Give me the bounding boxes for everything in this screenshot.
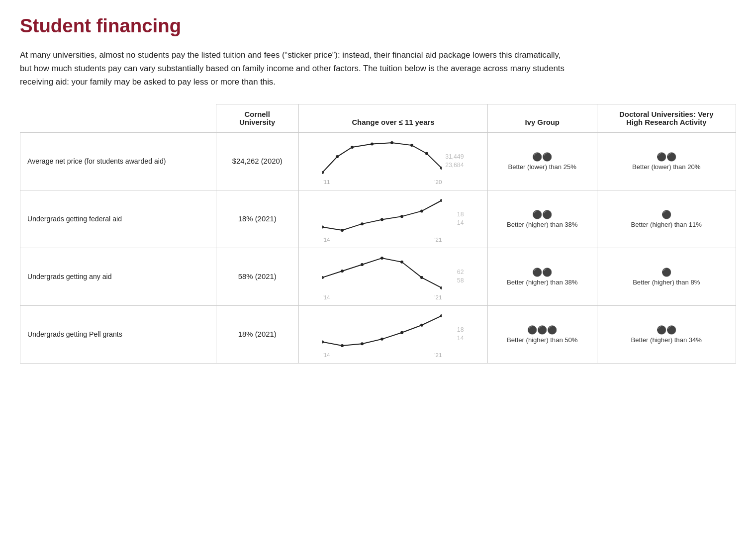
row-chart: '14 '21 18 14 xyxy=(298,305,487,363)
svg-point-6 xyxy=(425,152,428,155)
col-header-cornell: Cornell University xyxy=(216,104,298,132)
doctoral-stars: ⚫⚫ xyxy=(604,325,729,335)
doctoral-text: Better (higher) than 11% xyxy=(631,221,702,228)
row-value: $24,262 (2020) xyxy=(216,132,298,190)
svg-point-26 xyxy=(400,331,403,334)
table-row: Undergrads getting any aid58% (2021) '14… xyxy=(20,248,736,305)
row-chart: '14 '21 62 58 xyxy=(298,248,487,305)
col-header-empty xyxy=(20,104,216,132)
table-row: Undergrads getting Pell grants18% (2021)… xyxy=(20,305,736,363)
financing-table: Cornell University Change over ≤ 11 year… xyxy=(20,104,736,364)
intro-text: At many universities, almost no students… xyxy=(20,49,567,89)
doctoral-cell: ⚫⚫ Better (higher) than 34% xyxy=(597,305,736,363)
svg-point-5 xyxy=(410,144,413,147)
svg-point-22 xyxy=(322,340,324,343)
svg-point-27 xyxy=(420,323,423,326)
col-header-change: Change over ≤ 11 years xyxy=(298,104,487,132)
row-label: Undergrads getting Pell grants xyxy=(20,305,216,363)
row-chart: '11 '20 31,449 23,684 xyxy=(298,132,487,190)
svg-point-12 xyxy=(400,215,403,218)
row-value: 58% (2021) xyxy=(216,248,298,305)
row-label: Average net price (for students awarded … xyxy=(20,132,216,190)
row-chart: '14 '21 18 14 xyxy=(298,190,487,248)
doctoral-stars: ⚫⚫ xyxy=(604,152,729,162)
ivy-text: Better (higher) than 38% xyxy=(507,221,578,228)
page-title: Student financing xyxy=(20,15,736,37)
row-value: 18% (2021) xyxy=(216,305,298,363)
svg-point-3 xyxy=(371,142,374,145)
svg-point-18 xyxy=(380,257,383,260)
svg-point-1 xyxy=(336,155,339,158)
svg-point-2 xyxy=(351,146,354,149)
ivy-group-cell: ⚫⚫⚫ Better (higher) than 50% xyxy=(488,305,597,363)
doctoral-text: Better (higher) than 8% xyxy=(633,279,700,286)
ivy-stars: ⚫⚫ xyxy=(495,210,590,219)
svg-point-15 xyxy=(322,276,324,279)
ivy-group-cell: ⚫⚫ Better (lower) than 25% xyxy=(488,132,597,190)
svg-point-9 xyxy=(341,229,344,232)
svg-point-25 xyxy=(380,337,383,340)
col-header-doctoral: Doctoral Universities: Very High Researc… xyxy=(597,104,736,132)
ivy-stars: ⚫⚫ xyxy=(495,268,590,277)
col-header-ivy: Ivy Group xyxy=(488,104,597,132)
table-row: Undergrads getting federal aid18% (2021)… xyxy=(20,190,736,248)
doctoral-text: Better (lower) than 20% xyxy=(632,163,700,171)
doctoral-cell: ⚫ Better (higher) than 11% xyxy=(597,190,736,248)
svg-point-10 xyxy=(361,222,364,225)
ivy-text: Better (higher) than 50% xyxy=(507,336,578,344)
doctoral-stars: ⚫ xyxy=(604,210,729,219)
svg-point-11 xyxy=(380,218,383,221)
doctoral-cell: ⚫ Better (higher) than 8% xyxy=(597,248,736,305)
ivy-group-cell: ⚫⚫ Better (higher) than 38% xyxy=(488,248,597,305)
svg-point-19 xyxy=(400,260,403,263)
row-label: Undergrads getting any aid xyxy=(20,248,216,305)
svg-point-17 xyxy=(361,263,364,266)
ivy-text: Better (higher) than 38% xyxy=(507,279,578,286)
svg-point-13 xyxy=(420,209,423,212)
doctoral-stars: ⚫ xyxy=(604,268,729,277)
ivy-stars: ⚫⚫⚫ xyxy=(495,325,590,335)
svg-point-16 xyxy=(341,270,344,273)
table-row: Average net price (for students awarded … xyxy=(20,132,736,190)
ivy-text: Better (lower) than 25% xyxy=(508,163,576,171)
ivy-group-cell: ⚫⚫ Better (higher) than 38% xyxy=(488,190,597,248)
doctoral-cell: ⚫⚫ Better (lower) than 20% xyxy=(597,132,736,190)
svg-point-8 xyxy=(322,225,324,228)
svg-point-24 xyxy=(361,342,364,345)
svg-point-4 xyxy=(390,141,393,144)
doctoral-text: Better (higher) than 34% xyxy=(631,336,702,344)
row-value: 18% (2021) xyxy=(216,190,298,248)
svg-point-20 xyxy=(420,276,423,279)
ivy-stars: ⚫⚫ xyxy=(495,152,590,162)
row-label: Undergrads getting federal aid xyxy=(20,190,216,248)
svg-point-23 xyxy=(341,344,344,347)
